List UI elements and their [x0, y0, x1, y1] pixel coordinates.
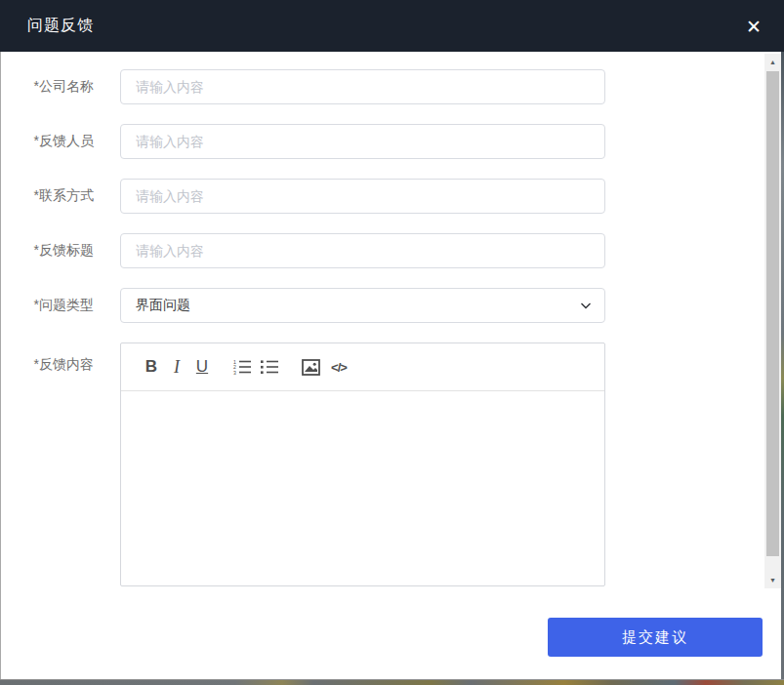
bold-button[interactable]: B [139, 353, 164, 381]
form-row-feedback-title: *反馈标题 [0, 233, 764, 268]
unordered-list-icon[interactable] [256, 353, 283, 381]
rich-text-editor: B I U 1 [120, 342, 605, 586]
scroll-down-arrow-icon[interactable]: ▼ [764, 572, 781, 588]
form-row-problem-type: *问题类型 界面问题 [0, 288, 764, 323]
insert-image-icon[interactable] [297, 353, 324, 381]
dialog-header: 问题反馈 ✕ [0, 0, 784, 52]
form-row-feedback-content: *反馈内容 B I U [0, 342, 764, 586]
code-view-icon[interactable]: </> [324, 353, 353, 381]
scroll-up-arrow-icon[interactable]: ▲ [764, 54, 781, 70]
dialog-body: *公司名称 *反馈人员 *联系方式 *反馈标题 *问题类型 [0, 52, 764, 606]
feedback-dialog: 问题反馈 ✕ *公司名称 *反馈人员 *联系方式 *反馈标题 [0, 0, 784, 685]
form-row-contact-method: *联系方式 [0, 179, 764, 214]
company-name-label: *公司名称 [0, 78, 94, 96]
form-row-company-name: *公司名称 [0, 69, 764, 104]
company-name-input[interactable] [120, 69, 605, 104]
vertical-scrollbar[interactable]: ▲ ▼ [764, 54, 781, 588]
feedback-title-input[interactable] [120, 233, 605, 268]
problem-type-select[interactable]: 界面问题 [120, 288, 605, 323]
editor-toolbar: B I U 1 [121, 343, 604, 391]
submit-suggestion-button[interactable]: 提交建议 [548, 618, 763, 657]
feedback-person-label: *反馈人员 [0, 133, 94, 150]
contact-method-input[interactable] [120, 179, 605, 214]
close-icon[interactable]: ✕ [746, 17, 762, 35]
scrollbar-thumb[interactable] [766, 71, 779, 556]
feedback-person-input[interactable] [120, 124, 605, 159]
feedback-content-label: *反馈内容 [0, 342, 94, 374]
page-left-edge [0, 52, 1, 679]
chevron-down-icon [579, 299, 593, 312]
feedback-title-label: *反馈标题 [0, 242, 94, 260]
form-row-feedback-person: *反馈人员 [0, 124, 764, 159]
editor-content-area[interactable] [121, 391, 604, 586]
ordered-list-icon[interactable]: 1 2 3 [228, 353, 256, 381]
svg-text:3: 3 [233, 370, 236, 376]
page-bottom-edge [0, 679, 784, 685]
dialog-title: 问题反馈 [27, 16, 94, 36]
problem-type-selected-value: 界面问题 [136, 297, 190, 314]
underline-button[interactable]: U [189, 353, 215, 381]
problem-type-label: *问题类型 [0, 297, 94, 314]
contact-method-label: *联系方式 [0, 187, 94, 205]
italic-button[interactable]: I [164, 353, 189, 381]
